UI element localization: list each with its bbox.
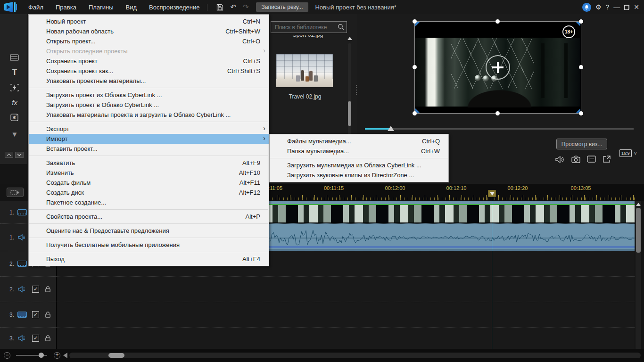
undo-icon[interactable]: ↶ — [230, 3, 236, 11]
track-lock-icon[interactable] — [44, 335, 51, 342]
menu-item-produce-movie[interactable]: Создать фильмAlt+F11 — [29, 178, 269, 188]
submenu-item-media-folder[interactable]: Папка мультимедиа...Ctrl+W — [270, 146, 448, 156]
menu-item-open-project[interactable]: Открыть проект...Ctrl+O — [29, 36, 269, 46]
track-enable-checkbox[interactable]: ✓ — [32, 311, 39, 318]
library-item-thumbnail[interactable] — [276, 54, 333, 87]
details-list-icon[interactable] — [587, 156, 596, 163]
library-scroll-up-icon[interactable] — [347, 37, 352, 40]
menu-view[interactable]: Вид — [126, 4, 137, 11]
menu-item-download-project-from-cloud[interactable]: Загрузить проект из Облака CyberLink ... — [29, 90, 269, 100]
titlebar: Файл Правка Плагины Вид Воспроизведение … — [0, 0, 644, 14]
library-search[interactable] — [271, 21, 347, 33]
aspect-ratio-selector[interactable]: 16:9 ˅ — [619, 149, 637, 157]
close-icon[interactable]: ✕ — [634, 3, 639, 11]
resize-handle-bl[interactable] — [413, 111, 417, 115]
overlay-room-tab[interactable]: ▼ — [5, 127, 24, 140]
track-number: 3. — [0, 335, 16, 342]
volume-icon[interactable] — [555, 156, 565, 164]
empty-track-audio-3[interactable] — [57, 327, 635, 349]
menu-item-create-disc[interactable]: Создать дискAlt+F12 — [29, 188, 269, 197]
menu-item-save-project[interactable]: Сохранить проектCtrl+S — [29, 56, 269, 66]
zoom-in-button[interactable]: + — [54, 352, 60, 359]
audio-track-icon — [16, 335, 28, 342]
menu-item-pack-project-materials[interactable]: Упаковать проектные материалы... — [29, 76, 269, 86]
scroll-up-icon[interactable] — [636, 203, 641, 206]
menu-item-new-project[interactable]: Новый проектCtrl+N — [29, 16, 269, 26]
menu-item-get-mobile-apps[interactable]: Получить бесплатные мобильные приложения — [29, 240, 269, 250]
panel-divider-handle[interactable] — [356, 85, 357, 95]
undock-preview-icon[interactable] — [603, 156, 611, 163]
menu-edit[interactable]: Правка — [56, 4, 76, 11]
clips-room-tab[interactable] — [5, 51, 24, 64]
resize-handle-mr[interactable] — [579, 65, 583, 69]
menu-plugins[interactable]: Плагины — [89, 4, 114, 11]
zoom-out-button[interactable]: − — [4, 352, 10, 359]
track-lock-icon[interactable] — [44, 286, 51, 293]
empty-track-video-3[interactable] — [57, 302, 635, 327]
menu-item-new-workspace[interactable]: Новая рабочая областьCtrl+Shift+W — [29, 26, 269, 36]
seek-thumb[interactable] — [388, 126, 394, 131]
preview-seek-bar[interactable] — [365, 128, 634, 130]
timeline-horizontal-scrollbar[interactable] — [69, 353, 641, 358]
frame-post — [564, 43, 568, 99]
resize-handle-tr[interactable] — [579, 19, 583, 24]
track-enable-checkbox[interactable]: ✓ — [32, 286, 39, 293]
resize-handle-tc[interactable] — [495, 19, 500, 24]
library-scrollbar-thumb[interactable] — [348, 101, 351, 126]
settings-gear-icon[interactable]: ⚙ — [595, 3, 602, 11]
snapshot-camera-icon[interactable] — [571, 156, 580, 163]
search-input[interactable] — [271, 21, 347, 33]
restore-window-icon[interactable] — [624, 5, 629, 10]
timeline-scrollbar-thumb[interactable] — [636, 208, 641, 253]
resize-handle-bc[interactable] — [495, 111, 500, 115]
menu-item-pack-and-upload-to-cloud[interactable]: Упаковать материалы проекта и загрузить … — [29, 110, 269, 120]
menu-item-edit[interactable]: ИзменитьAlt+F10 — [29, 168, 269, 178]
title-room-tab[interactable]: T — [5, 66, 24, 79]
produce-button[interactable]: Записать резу... — [256, 2, 309, 12]
view-quality-button[interactable]: Просмотр виз... — [556, 139, 607, 149]
track-lock-icon[interactable] — [44, 311, 51, 318]
menu-item-batch-produce[interactable]: Пакетное создание... — [29, 197, 269, 207]
rotate-move-control[interactable] — [486, 55, 510, 80]
menu-file[interactable]: Файл — [28, 4, 43, 11]
resize-handle-tl[interactable] — [413, 19, 417, 24]
menu-item-exit[interactable]: ВыходAlt+F4 — [29, 254, 269, 264]
track-enable-checkbox[interactable]: ✓ — [32, 335, 39, 342]
zoom-slider-thumb[interactable] — [39, 353, 44, 358]
timeline-vertical-scrollbar[interactable] — [636, 201, 641, 349]
menu-item-import[interactable]: Импорт› — [29, 134, 269, 144]
empty-track-audio-2[interactable] — [57, 276, 635, 302]
resize-handle-br[interactable] — [579, 111, 583, 115]
menu-playback[interactable]: Воспроизведение — [149, 4, 199, 11]
selected-clip-region[interactable]: 18+ — [415, 22, 581, 113]
save-icon[interactable] — [216, 4, 223, 11]
transition-room-tab[interactable] — [5, 81, 24, 94]
track-header-video-3[interactable]: 3. ✓ — [0, 302, 57, 327]
track-header-audio-3[interactable]: 3. ✓ — [0, 327, 57, 349]
room-scroll-up-icon[interactable] — [5, 152, 13, 158]
track-header-audio-2[interactable]: 2. ✓ — [0, 276, 57, 302]
horizontal-scrollbar-thumb[interactable] — [108, 353, 124, 358]
submenu-item-media-files[interactable]: Файлы мультимедиа...Ctrl+Q — [270, 136, 448, 146]
bottom-bar: − + — [0, 349, 644, 362]
cradle-sphere — [475, 75, 481, 81]
menu-item-capture[interactable]: ЗахватитьAlt+F9 — [29, 158, 269, 168]
menu-item-upload-project-to-cloud[interactable]: Загрузить проект в Облако CyberLink ... — [29, 100, 269, 110]
scroll-left-icon[interactable] — [63, 353, 67, 358]
help-icon[interactable]: ? — [605, 3, 609, 11]
minimize-icon[interactable]: — — [613, 3, 620, 11]
submenu-item-download-audio-from-directorzone[interactable]: Загрузить звуковые клипы из DirectorZone… — [270, 170, 448, 180]
menu-item-export[interactable]: Экспорт› — [29, 124, 269, 134]
menu-item-rate-us[interactable]: Оцените нас & Предоставьте предложения — [29, 226, 269, 236]
notification-bell-icon[interactable] — [582, 3, 591, 12]
particle-room-tab[interactable]: ✱* — [5, 111, 24, 124]
menu-item-project-properties[interactable]: Свойства проекта...Alt+P — [29, 212, 269, 222]
playhead-marker[interactable] — [488, 190, 496, 197]
submenu-item-download-media-from-cloud[interactable]: Загрузить мультимедиа из Облака CyberLin… — [270, 160, 448, 170]
menu-item-insert-project[interactable]: Вставить проект... — [29, 144, 269, 154]
resize-handle-ml[interactable] — [413, 65, 417, 69]
effect-room-tab[interactable]: fx — [5, 96, 24, 109]
menu-item-save-project-as[interactable]: Сохранить проект как...Ctrl+Shift+S — [29, 66, 269, 76]
room-scroll-down-icon[interactable] — [15, 152, 24, 158]
track-manager-button[interactable] — [7, 188, 24, 197]
